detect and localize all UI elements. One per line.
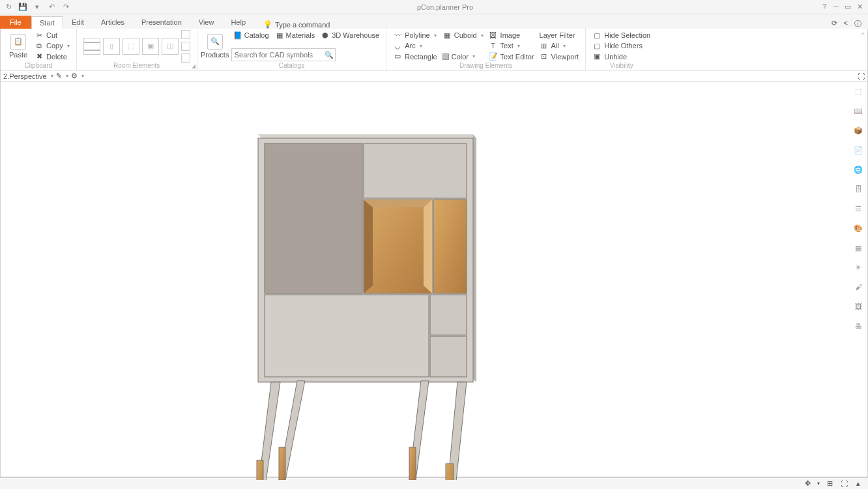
side-package-icon[interactable]: 📦 bbox=[850, 123, 866, 138]
quick-access-toolbar: ↻ 💾 ▾ ↶ ↷ bbox=[0, 3, 70, 12]
search-icon[interactable]: 🔍 bbox=[325, 51, 334, 59]
room-door-button[interactable]: ◫ bbox=[162, 38, 179, 55]
room-open-button[interactable]: ⬚ bbox=[123, 38, 139, 55]
side-sun-icon[interactable]: ☀ bbox=[850, 259, 866, 275]
refresh-icon[interactable]: ↻ bbox=[4, 3, 13, 12]
view-bar: 2.Perspective ▾ ✎▾ ⚙▾ ⛶ bbox=[0, 70, 868, 82]
room-small3[interactable] bbox=[181, 53, 190, 63]
maximize-view-icon[interactable]: ⛶ bbox=[858, 72, 865, 80]
sync-icon[interactable]: ⟳ bbox=[832, 19, 837, 29]
products-button[interactable]: 🔍 Products bbox=[201, 30, 229, 62]
products-label: Products bbox=[201, 51, 229, 59]
image-button[interactable]: 🖼Image bbox=[489, 30, 534, 40]
image-icon: 🖼 bbox=[489, 31, 498, 40]
svg-marker-14 bbox=[257, 460, 263, 480]
room-small2[interactable] bbox=[181, 42, 190, 51]
type-command[interactable]: 💡 Type a command bbox=[263, 20, 330, 29]
viewport-button[interactable]: ⊡Viewport bbox=[540, 52, 579, 62]
svg-rect-10 bbox=[265, 295, 429, 377]
side-book-icon[interactable]: 📖 bbox=[850, 103, 866, 119]
rectangle-icon: ▭ bbox=[393, 52, 402, 61]
cuboid-button[interactable]: ▦Cuboid▾ bbox=[442, 30, 484, 40]
cad-search[interactable]: 🔍 bbox=[231, 48, 336, 61]
group-label: Room Elements bbox=[77, 62, 197, 70]
color-button[interactable]: Color▾ bbox=[442, 52, 484, 62]
view-label[interactable]: 2.Perspective bbox=[3, 72, 47, 80]
svg-rect-3 bbox=[265, 143, 362, 293]
warehouse-button[interactable]: ⬢3D Warehouse bbox=[321, 30, 379, 40]
svg-rect-11 bbox=[430, 295, 467, 335]
side-layers-icon[interactable]: ☰ bbox=[850, 201, 866, 216]
status-grid-icon[interactable]: ⊞ bbox=[825, 479, 834, 488]
gear-icon[interactable]: ⚙ bbox=[71, 72, 78, 80]
rectangle-button[interactable]: ▭Rectangle bbox=[393, 52, 437, 62]
maximize-icon[interactable]: ▭ bbox=[843, 3, 852, 11]
pencil-icon[interactable]: ✎ bbox=[56, 72, 62, 80]
tab-help[interactable]: Help bbox=[222, 16, 254, 29]
info-icon[interactable]: ⓘ bbox=[854, 19, 861, 29]
layerfilter-button[interactable]: Layer Filter bbox=[540, 30, 579, 40]
svg-rect-4 bbox=[364, 143, 467, 198]
3d-canvas[interactable] bbox=[1, 82, 867, 480]
group-label: Visibility bbox=[586, 62, 657, 70]
delete-button: ✖Delete bbox=[35, 52, 70, 62]
side-globe-icon[interactable]: 🌐 bbox=[850, 162, 866, 177]
group-clipboard: 📋 Paste ✂Cut ⧉Copy▾ ✖Delete Clipboard bbox=[1, 29, 77, 70]
undo-icon[interactable]: ↶ bbox=[47, 3, 56, 12]
polyline-icon: 〰 bbox=[393, 31, 402, 40]
view-dropdown-icon[interactable]: ▾ bbox=[51, 73, 53, 79]
dropdown-icon[interactable]: ▾ bbox=[33, 3, 42, 12]
cuboid-icon: ▦ bbox=[442, 31, 452, 40]
materials-button[interactable]: ▦Materials bbox=[276, 30, 315, 40]
arc-icon: ◡ bbox=[393, 41, 402, 50]
share-icon[interactable]: < bbox=[844, 19, 848, 29]
group-visibility: ▢Hide Selection ▢Hide Others ▣Unhide Vis… bbox=[586, 29, 657, 70]
help-icon[interactable]: ? bbox=[820, 3, 829, 11]
tab-view[interactable]: View bbox=[190, 16, 223, 29]
side-picture-icon[interactable]: 🖼 bbox=[850, 299, 866, 314]
ribbon-collapse-icon[interactable]: ^ bbox=[859, 29, 867, 70]
side-swatch-icon[interactable]: 🎨 bbox=[850, 220, 866, 236]
search-input[interactable] bbox=[235, 51, 325, 59]
room-small1[interactable] bbox=[181, 30, 190, 39]
tab-articles[interactable]: Articles bbox=[93, 16, 133, 29]
tab-presentation[interactable]: Presentation bbox=[133, 16, 190, 29]
svg-marker-20 bbox=[446, 464, 454, 480]
minimize-icon[interactable]: ─ bbox=[832, 3, 841, 11]
text-icon: T bbox=[489, 41, 498, 50]
svg-marker-8 bbox=[424, 200, 432, 293]
side-materials-icon[interactable]: ▦ bbox=[850, 240, 866, 256]
unhide-icon: ▣ bbox=[592, 52, 601, 61]
side-drawer-icon[interactable]: 🗄 bbox=[850, 181, 866, 197]
dialog-launcher-icon[interactable]: ◢ bbox=[192, 63, 195, 69]
room-wall-button[interactable]: ▯ bbox=[103, 38, 120, 55]
polyline-button[interactable]: 〰Polyline▾ bbox=[393, 30, 437, 40]
viewport[interactable]: ⬚ 📖 📦 📄 🌐 🗄 ☰ 🎨 ▦ ☀ 🖌 🖼 🖶 bbox=[0, 82, 868, 477]
room-window-button[interactable]: ▣ bbox=[142, 38, 159, 55]
type-command-label: Type a command bbox=[275, 21, 330, 29]
products-icon: 🔍 bbox=[207, 34, 223, 50]
svg-marker-1 bbox=[473, 134, 476, 382]
tab-edit[interactable]: Edit bbox=[63, 16, 93, 29]
close-icon[interactable]: ✕ bbox=[855, 3, 864, 11]
room-grid-button[interactable] bbox=[83, 38, 100, 55]
side-document-icon[interactable]: 📄 bbox=[850, 142, 866, 158]
paste-button[interactable]: 📋 Paste bbox=[5, 30, 32, 62]
side-brush-icon[interactable]: 🖌 bbox=[850, 279, 866, 295]
text-button[interactable]: TText▾ bbox=[489, 40, 534, 51]
side-cube-icon[interactable]: ⬚ bbox=[850, 83, 866, 99]
side-print-icon[interactable]: 🖶 bbox=[850, 318, 866, 334]
all-button[interactable]: ⊞All▾ bbox=[540, 40, 579, 51]
tab-file[interactable]: File bbox=[0, 16, 31, 29]
catalog-button[interactable]: 📘Catalog bbox=[234, 30, 269, 40]
tab-start[interactable]: Start bbox=[31, 16, 63, 29]
redo-icon[interactable]: ↷ bbox=[61, 3, 70, 12]
arc-button[interactable]: ◡Arc▾ bbox=[393, 40, 437, 51]
svg-rect-9 bbox=[433, 200, 467, 293]
status-move-icon[interactable]: ✥ bbox=[803, 479, 812, 488]
status-chevron-icon[interactable]: ▴ bbox=[854, 479, 863, 488]
unhide-button[interactable]: ▣Unhide bbox=[592, 52, 650, 62]
save-icon[interactable]: 💾 bbox=[18, 3, 27, 12]
texteditor-button[interactable]: 📝Text Editor bbox=[489, 52, 534, 62]
status-fullscreen-icon[interactable]: ⛶ bbox=[839, 480, 848, 488]
